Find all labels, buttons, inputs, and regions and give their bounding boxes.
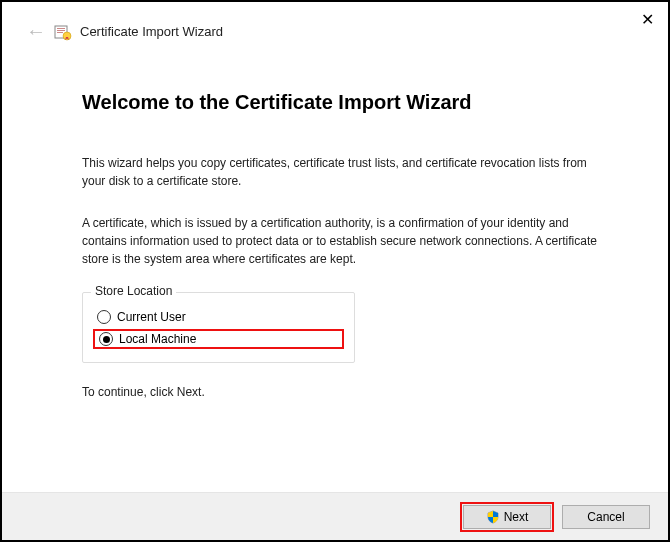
intro-paragraph-1: This wizard helps you copy certificates,… (82, 154, 603, 190)
svg-point-4 (63, 32, 71, 40)
wizard-footer: Next Cancel (2, 492, 668, 540)
radio-button-icon[interactable] (97, 310, 111, 324)
svg-rect-3 (57, 32, 63, 33)
svg-rect-2 (57, 30, 65, 31)
wizard-title: Certificate Import Wizard (80, 24, 223, 39)
wizard-header: ← Certificate Import Wizard (2, 2, 668, 51)
close-icon[interactable]: ✕ (641, 10, 654, 29)
cancel-button[interactable]: Cancel (562, 505, 650, 529)
store-location-group: Store Location Current User Local Machin… (82, 292, 355, 363)
intro-paragraph-2: A certificate, which is issued by a cert… (82, 214, 603, 268)
radio-current-user[interactable]: Current User (97, 308, 340, 326)
radio-button-icon[interactable] (99, 332, 113, 346)
cancel-button-label: Cancel (587, 510, 624, 524)
uac-shield-icon (486, 510, 500, 524)
next-button[interactable]: Next (463, 505, 551, 529)
back-arrow-icon[interactable]: ← (26, 20, 46, 43)
store-location-legend: Store Location (91, 284, 176, 298)
continue-instruction: To continue, click Next. (82, 385, 603, 399)
svg-rect-1 (57, 28, 65, 29)
radio-local-machine[interactable]: Local Machine (93, 329, 344, 349)
radio-label-current-user: Current User (117, 310, 186, 324)
wizard-content: Welcome to the Certificate Import Wizard… (2, 51, 668, 409)
radio-label-local-machine: Local Machine (119, 332, 196, 346)
next-button-label: Next (504, 510, 529, 524)
certificate-wizard-icon (54, 23, 72, 41)
page-heading: Welcome to the Certificate Import Wizard (82, 91, 603, 114)
